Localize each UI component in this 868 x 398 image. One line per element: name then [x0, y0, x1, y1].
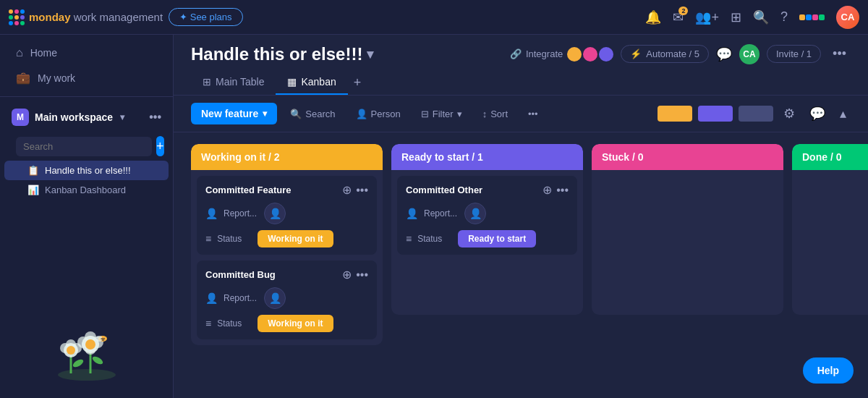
- add-tab-button[interactable]: +: [348, 72, 367, 93]
- toolbar: New feature ▾ 🔍 Search 👤 Person ⊟ Filter…: [174, 96, 868, 132]
- mail-icon[interactable]: ✉ 2: [673, 9, 684, 25]
- add-person-icon[interactable]: ⊕: [342, 268, 352, 281]
- mywork-icon: 💼: [16, 71, 30, 85]
- invite-button[interactable]: Invite / 1: [767, 45, 821, 63]
- comment-icon[interactable]: 💬: [716, 46, 732, 62]
- sort-button[interactable]: ↕ Sort: [475, 104, 515, 124]
- automate-icon: ⚡: [630, 48, 642, 59]
- board-actions: 🔗 Integrate ⚡ Automate / 5 💬 CA: [510, 43, 851, 64]
- status-icon: ≡: [205, 233, 211, 245]
- filter-button[interactable]: ⊟ Filter ▾: [414, 104, 469, 124]
- card-status-field: ≡ Status Working on it: [205, 230, 368, 247]
- status-label: Status: [217, 234, 252, 244]
- board-more-icon[interactable]: •••: [828, 43, 851, 64]
- sidebar-item-board-handle[interactable]: 📋 Handle this or else!!!: [4, 161, 169, 180]
- avatar-icon: 👤: [269, 208, 281, 219]
- reporter-label: Report...: [424, 208, 459, 219]
- svg-point-13: [85, 339, 95, 350]
- collapse-icon[interactable]: ▴: [835, 103, 851, 124]
- more-icon[interactable]: •••: [356, 184, 368, 197]
- column-header-done: Done / 0: [792, 144, 868, 170]
- status-label: Status: [217, 318, 252, 329]
- top-navigation: monday work management ✦ See plans 🔔 ✉ 2…: [0, 0, 868, 35]
- kanban-column-ready: Ready to start / 1 Committed Other ⊕ •••…: [391, 144, 583, 315]
- kanban-column-working: Working on it / 2 Committed Feature ⊕ ••…: [191, 144, 383, 345]
- filter-chevron-icon: ▾: [457, 109, 462, 119]
- status-icon: ≡: [205, 318, 211, 329]
- help-icon[interactable]: ?: [780, 9, 788, 25]
- sidebar-item-home[interactable]: ⌂ Home: [4, 41, 169, 65]
- more-icon[interactable]: •••: [356, 268, 368, 281]
- status-badge[interactable]: Working on it: [258, 230, 333, 247]
- sidebar-item-board-kanban[interactable]: 📊 Kanban Dashboard: [4, 180, 169, 200]
- status-badge[interactable]: Ready to start: [458, 230, 536, 247]
- kanban-card: Committed Other ⊕ ••• 👤 Report... 👤: [397, 176, 577, 255]
- person-avatar[interactable]: 👤: [264, 203, 286, 224]
- integrate-button[interactable]: 🔗 Integrate: [510, 47, 613, 62]
- new-feature-button[interactable]: New feature ▾: [191, 103, 277, 124]
- tabs-row: ⊞ Main Table ▦ Kanban +: [191, 70, 851, 95]
- add-user-icon[interactable]: 👥+: [695, 9, 719, 25]
- color-pill-orange[interactable]: [658, 106, 692, 122]
- kanban-dashboard-label: Kanban Dashboard: [45, 185, 126, 195]
- search-input[interactable]: [16, 137, 152, 156]
- color-pill-gray[interactable]: [739, 106, 773, 122]
- kanban-area: Working on it / 2 Committed Feature ⊕ ••…: [174, 132, 868, 398]
- search-icon: 🔍: [290, 109, 302, 119]
- integrate-avatar-icons: [567, 47, 613, 62]
- svg-point-19: [72, 358, 85, 369]
- mail-badge: 2: [678, 7, 688, 15]
- tab-main-table[interactable]: ⊞ Main Table: [191, 70, 276, 95]
- person-avatar[interactable]: 👤: [264, 287, 286, 309]
- column-header-working: Working on it / 2: [191, 144, 383, 170]
- column-body-working: Committed Feature ⊕ ••• 👤 Report... 👤: [191, 170, 383, 345]
- sidebar-item-mywork[interactable]: 💼 My work: [4, 65, 169, 90]
- logo-grid-icon: [9, 9, 25, 25]
- see-plans-button[interactable]: ✦ See plans: [169, 8, 242, 26]
- workspace-avatar: M: [12, 109, 29, 126]
- reporter-label: Report...: [224, 208, 258, 219]
- automate-label: Automate / 5: [646, 48, 699, 59]
- card-actions: ⊕ •••: [342, 183, 368, 197]
- sidebar-search-row: +: [4, 132, 169, 161]
- avatar-icon: 👤: [269, 292, 281, 304]
- settings-icon[interactable]: ⚙: [779, 103, 799, 124]
- card-reporter-field: 👤 Report... 👤: [205, 203, 368, 224]
- svg-point-18: [96, 339, 102, 342]
- new-feature-label: New feature: [201, 108, 258, 119]
- status-label: Status: [417, 234, 452, 244]
- tab-kanban[interactable]: ▦ Kanban: [276, 70, 347, 95]
- home-icon: ⌂: [16, 46, 23, 59]
- apps-icon[interactable]: ⊞: [731, 9, 741, 25]
- column-body-done: [792, 170, 868, 315]
- chat-icon[interactable]: 💬: [805, 103, 830, 124]
- add-person-icon[interactable]: ⊕: [542, 183, 552, 197]
- dashboard-icon: 📊: [27, 185, 39, 195]
- board-label: Handle this or else!!!: [45, 165, 131, 176]
- help-button[interactable]: Help: [803, 357, 854, 384]
- card-actions: ⊕ •••: [342, 268, 368, 281]
- kanban-column-done: Done / 0: [792, 144, 868, 315]
- person-button[interactable]: 👤 Person: [349, 104, 408, 124]
- color-pill-purple[interactable]: [698, 106, 733, 122]
- content-area: Handle this or else!!! ▾ 🔗 Integrate: [174, 35, 868, 398]
- search-label: Search: [305, 109, 335, 119]
- chevron-down-icon[interactable]: ▾: [367, 46, 373, 62]
- workspace-more-icon[interactable]: •••: [149, 111, 161, 124]
- card-title: Committed Feature: [205, 185, 291, 195]
- search-icon[interactable]: 🔍: [753, 9, 769, 25]
- add-button[interactable]: +: [156, 136, 164, 156]
- person-avatar[interactable]: 👤: [464, 203, 486, 224]
- bell-icon[interactable]: 🔔: [645, 9, 661, 25]
- user-avatar[interactable]: CA: [836, 6, 859, 29]
- more-icon[interactable]: •••: [556, 184, 569, 197]
- home-label: Home: [30, 47, 57, 59]
- person-icon: 👤: [205, 292, 218, 304]
- person-icon: 👤: [205, 208, 218, 219]
- workspace-header[interactable]: M Main workspace ▾ •••: [0, 103, 173, 132]
- automate-button[interactable]: ⚡ Automate / 5: [621, 45, 709, 63]
- add-person-icon[interactable]: ⊕: [342, 183, 352, 197]
- search-button[interactable]: 🔍 Search: [283, 104, 342, 124]
- more-options-button[interactable]: •••: [521, 104, 545, 124]
- status-badge[interactable]: Working on it: [258, 315, 333, 332]
